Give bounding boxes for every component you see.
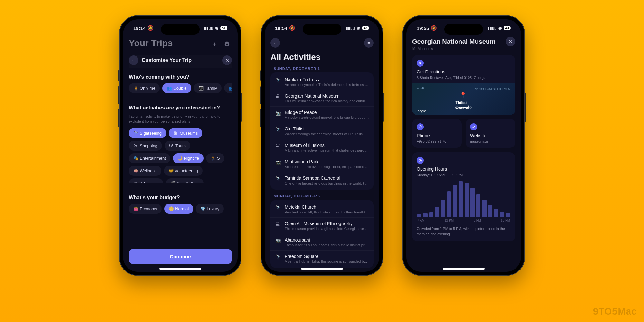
activity-desc: This museum showcases the rich history a…: [285, 99, 369, 103]
activity-desc: Situated on a hill overlooking Tbilisi, …: [285, 165, 369, 169]
phone-detail: 19:55 🔕 ▮▮▯▯ ◉ 43 Georgian National Muse…: [402, 15, 525, 276]
hours-bar: [476, 194, 480, 217]
wifi-icon: ◉: [498, 26, 502, 30]
activity-title: Tsminda Sameba Cathedral: [285, 175, 369, 181]
hours-bar: [488, 205, 492, 217]
who-chip-only-me[interactable]: 🧍Only me: [129, 83, 160, 93]
activity-item[interactable]: 🔭Old TbilisiWander through the charming …: [270, 123, 374, 139]
who-chip-family[interactable]: 👨‍👩‍👧Family: [194, 83, 222, 93]
activity-item[interactable]: 📷Bridge of PeaceA modern architectural m…: [270, 107, 374, 123]
activity-desc: Perched on a cliff, this historic church…: [285, 210, 369, 214]
activity-chip-tours[interactable]: 🗺Tours: [165, 141, 190, 151]
map-provider: Google: [415, 109, 426, 113]
museum-icon: 🏛: [173, 131, 178, 135]
activity-item[interactable]: 🔭Narikala FortressAn ancient symbol of T…: [270, 74, 374, 90]
chip-label: Pop Culture: [177, 181, 199, 183]
activity-chip-shopping[interactable]: 🛍Shopping: [129, 141, 162, 151]
activity-item[interactable]: 🔭Tsminda Sameba CathedralOne of the larg…: [270, 172, 374, 188]
couple-icon: 👥: [167, 86, 171, 90]
home-indicator[interactable]: [301, 268, 343, 270]
chip-label: Volunteering: [175, 168, 198, 173]
activity-item[interactable]: 🏛Museum of IllusionsA fun and interactiv…: [270, 139, 374, 156]
chip-label: Couple: [173, 86, 186, 90]
activity-chip-wellness[interactable]: 🪷Wellness: [129, 166, 161, 176]
activity-chip-museums[interactable]: 🏛Museums: [169, 128, 202, 138]
battery-badge: 43: [362, 26, 369, 30]
map-pin-icon: 📍: [459, 92, 467, 99]
binoculars-icon: 🔭: [275, 205, 281, 210]
close-button[interactable]: ✕: [222, 55, 232, 65]
chip-label: Economy: [140, 206, 157, 211]
activity-chip-pop-culture[interactable]: 🎬Pop Culture: [166, 178, 204, 183]
hours-bar: [470, 188, 475, 217]
hours-bar: [459, 181, 463, 217]
activity-item[interactable]: 📷AbanotubaniFamous for its sulphur baths…: [270, 234, 374, 251]
close-button[interactable]: ✕: [506, 37, 515, 46]
activity-chip-s[interactable]: 🏃S: [206, 153, 224, 163]
hours-bar: [441, 200, 445, 217]
place-category: 🏛 Museums: [412, 47, 496, 51]
back-button[interactable]: ←: [270, 38, 280, 48]
map-preview[interactable]: VAKE VAZISUBANI SETTLEMENT 📍 Tbilisi თბი…: [412, 83, 515, 115]
activity-item[interactable]: 🔭Metekhi ChurchPerched on a cliff, this …: [270, 201, 374, 218]
camera-icon: 📷: [275, 160, 281, 165]
chip-label: Only me: [140, 86, 155, 90]
activity-desc: This museum provides a glimpse into Geor…: [285, 227, 369, 231]
hours-bar: [500, 212, 504, 217]
diamond-icon: 💎: [200, 206, 205, 211]
continue-button[interactable]: Continue: [129, 249, 232, 264]
chip-label: Museums: [180, 131, 198, 136]
activity-desc: A central hub in Tbilisi, this square is…: [285, 260, 369, 263]
binoculars-icon: 🔭: [275, 78, 281, 83]
budget-chip-economy[interactable]: 👛Economy: [129, 204, 162, 214]
back-button[interactable]: ←: [129, 55, 138, 65]
phone-card[interactable]: ✆ Phone +995 32 299 71 76: [412, 119, 462, 148]
activities-subtitle: Tap on an activity to make it a priority…: [129, 114, 232, 124]
hours-bar: [453, 185, 457, 217]
activity-title: Narikala Fortress: [285, 77, 369, 82]
website-card[interactable]: ➶ Website museum.ge: [466, 119, 515, 148]
museum-icon: 🏛: [275, 94, 281, 99]
activity-desc: A fun and interactive museum that challe…: [285, 148, 369, 152]
axis-tick: 10 PM: [501, 219, 510, 222]
silent-icon: 🔕: [431, 25, 437, 31]
directions-title: Get Directions: [417, 69, 511, 74]
directions-card[interactable]: ➤ Get Directions 3 Shota Rustaveli Ave, …: [412, 55, 515, 115]
wifi-icon: ◉: [215, 26, 218, 30]
map-icon: 🗺: [169, 143, 174, 148]
activity-chip-nightlife[interactable]: 🌙Nightlife: [173, 153, 204, 163]
status-time: 19:55: [417, 25, 429, 31]
activity-item[interactable]: 📷Mtatsminda ParkSituated on a hill overl…: [270, 156, 374, 172]
budget-chip-normal[interactable]: 🪙Normal: [164, 204, 193, 214]
hours-bar: [482, 200, 486, 217]
activity-list: 🔭Narikala FortressAn ancient symbol of T…: [270, 72, 374, 190]
who-chip-frie-[interactable]: 👥Frie…: [224, 83, 232, 93]
activity-item[interactable]: 🏛Open Air Museum of EthnographyThis muse…: [270, 218, 374, 234]
home-indicator[interactable]: [443, 268, 485, 270]
wifi-icon: ◉: [357, 26, 360, 30]
activity-title: Metekhi Church: [285, 204, 369, 210]
filter-button[interactable]: ≡: [364, 38, 374, 48]
status-time: 19:14: [133, 25, 146, 31]
hours-card: ◷ Opening Hours Sunday: 10:00 AM – 6:00 …: [412, 152, 515, 241]
settings-button[interactable]: ⚙: [222, 39, 232, 49]
activity-chips: 🔭Sightseeing🏛Museums🛍Shopping🗺Tours🎭Ente…: [129, 128, 232, 183]
activity-item[interactable]: 🔭Freedom SquareA central hub in Tbilisi,…: [270, 251, 374, 267]
activity-chip-entertainment[interactable]: 🎭Entertainment: [129, 153, 170, 163]
chip-label: Sightseeing: [140, 131, 162, 136]
chip-label: Shopping: [140, 143, 157, 148]
map-city-label: Tbilisi თბილისი: [455, 100, 472, 109]
add-trip-button[interactable]: ＋: [209, 39, 220, 49]
home-indicator[interactable]: [159, 268, 201, 270]
budget-chip-luxury[interactable]: 💎Luxury: [196, 204, 224, 214]
phone-icon: ✆: [417, 123, 424, 130]
activity-chip-volunteering[interactable]: 🤝Volunteering: [164, 166, 203, 176]
activity-chip-sightseeing[interactable]: 🔭Sightseeing: [129, 128, 166, 138]
camera-icon: 📷: [275, 110, 281, 116]
wallet-icon: 👛: [133, 206, 138, 211]
activity-chip-adventure[interactable]: 🏔Adventure: [129, 178, 163, 183]
chip-label: S: [217, 156, 220, 161]
who-chip-couple[interactable]: 👥Couple: [162, 83, 191, 93]
popular-times-chart: [417, 181, 511, 217]
activity-item[interactable]: 🏛Georgian National MuseumThis museum sho…: [270, 90, 374, 107]
